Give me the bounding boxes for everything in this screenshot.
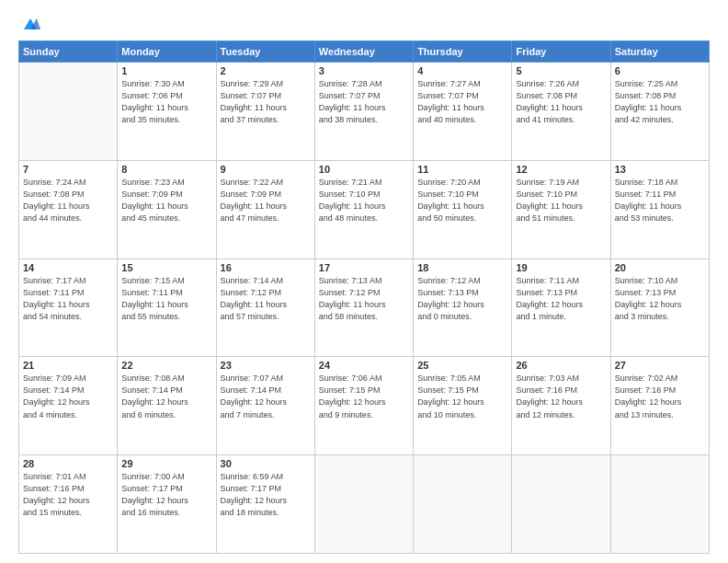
calendar-cell: 24Sunrise: 7:06 AM Sunset: 7:15 PM Dayli… [314,357,413,455]
day-info: Sunrise: 7:12 AM Sunset: 7:13 PM Dayligh… [417,275,507,323]
day-number: 16 [221,262,311,273]
calendar-cell [314,455,413,554]
day-info: Sunrise: 7:19 AM Sunset: 7:10 PM Dayligh… [516,177,606,224]
day-info: Sunrise: 7:26 AM Sunset: 7:08 PM Dayligh… [516,78,606,126]
calendar-cell: 22Sunrise: 7:08 AM Sunset: 7:14 PM Dayli… [118,357,216,455]
calendar-cell: 30Sunrise: 6:59 AM Sunset: 7:17 PM Dayli… [216,455,314,554]
calendar-week-0: 1Sunrise: 7:30 AM Sunset: 7:06 PM Daylig… [19,63,710,161]
day-info: Sunrise: 7:07 AM Sunset: 7:14 PM Dayligh… [221,373,311,420]
calendar-cell: 12Sunrise: 7:19 AM Sunset: 7:10 PM Dayli… [512,160,610,259]
logo-icon [20,17,40,33]
day-info: Sunrise: 7:13 AM Sunset: 7:12 PM Dayligh… [319,275,409,323]
weekday-header-tuesday: Tuesday [216,41,314,63]
day-info: Sunrise: 6:59 AM Sunset: 7:17 PM Dayligh… [221,471,311,519]
day-number: 5 [516,65,606,76]
day-number: 14 [23,262,113,273]
day-info: Sunrise: 7:06 AM Sunset: 7:15 PM Dayligh… [319,373,409,420]
day-number: 12 [516,164,606,175]
day-info: Sunrise: 7:10 AM Sunset: 7:13 PM Dayligh… [615,275,705,323]
calendar-cell [19,63,118,161]
calendar-cell: 13Sunrise: 7:18 AM Sunset: 7:11 PM Dayli… [610,160,709,259]
day-info: Sunrise: 7:23 AM Sunset: 7:09 PM Dayligh… [121,177,211,224]
weekday-header-saturday: Saturday [610,41,709,63]
day-info: Sunrise: 7:21 AM Sunset: 7:10 PM Dayligh… [319,177,409,224]
calendar-cell: 2Sunrise: 7:29 AM Sunset: 7:07 PM Daylig… [216,63,314,161]
page: SundayMondayTuesdayWednesdayThursdayFrid… [0,0,728,563]
calendar-cell: 5Sunrise: 7:26 AM Sunset: 7:08 PM Daylig… [512,63,610,161]
calendar-cell: 14Sunrise: 7:17 AM Sunset: 7:11 PM Dayli… [19,259,118,357]
day-number: 22 [121,360,211,371]
day-info: Sunrise: 7:02 AM Sunset: 7:16 PM Dayligh… [615,373,705,420]
weekday-header-monday: Monday [118,41,216,63]
calendar-cell [414,455,512,554]
calendar-cell: 27Sunrise: 7:02 AM Sunset: 7:16 PM Dayli… [610,357,709,455]
day-info: Sunrise: 7:18 AM Sunset: 7:11 PM Dayligh… [615,177,705,224]
calendar-cell: 23Sunrise: 7:07 AM Sunset: 7:14 PM Dayli… [216,357,314,455]
day-info: Sunrise: 7:15 AM Sunset: 7:11 PM Dayligh… [121,275,211,323]
day-number: 17 [319,262,409,273]
weekday-header-thursday: Thursday [414,41,512,63]
calendar-cell: 8Sunrise: 7:23 AM Sunset: 7:09 PM Daylig… [118,160,216,259]
calendar-cell: 17Sunrise: 7:13 AM Sunset: 7:12 PM Dayli… [314,259,413,357]
day-number: 4 [417,65,507,76]
day-info: Sunrise: 7:24 AM Sunset: 7:08 PM Dayligh… [23,177,113,224]
calendar-cell: 16Sunrise: 7:14 AM Sunset: 7:12 PM Dayli… [216,259,314,357]
day-number: 10 [319,164,409,175]
calendar-week-2: 14Sunrise: 7:17 AM Sunset: 7:11 PM Dayli… [19,259,710,357]
day-number: 8 [121,164,211,175]
day-number: 23 [221,360,311,371]
day-number: 7 [23,164,113,175]
calendar-cell: 6Sunrise: 7:25 AM Sunset: 7:08 PM Daylig… [610,63,709,161]
calendar-cell: 15Sunrise: 7:15 AM Sunset: 7:11 PM Dayli… [118,259,216,357]
day-number: 11 [417,164,507,175]
day-number: 24 [319,360,409,371]
day-info: Sunrise: 7:17 AM Sunset: 7:11 PM Dayligh… [23,275,113,323]
day-number: 1 [121,65,211,76]
day-number: 25 [417,360,507,371]
calendar-cell: 26Sunrise: 7:03 AM Sunset: 7:16 PM Dayli… [512,357,610,455]
day-info: Sunrise: 7:08 AM Sunset: 7:14 PM Dayligh… [121,373,211,420]
day-info: Sunrise: 7:14 AM Sunset: 7:12 PM Dayligh… [221,275,311,323]
day-info: Sunrise: 7:27 AM Sunset: 7:07 PM Dayligh… [417,78,507,126]
day-number: 9 [221,164,311,175]
day-number: 6 [615,65,705,76]
day-number: 29 [121,458,211,469]
day-number: 13 [615,164,705,175]
calendar-cell: 20Sunrise: 7:10 AM Sunset: 7:13 PM Dayli… [610,259,709,357]
day-number: 15 [121,262,211,273]
calendar-table: SundayMondayTuesdayWednesdayThursdayFrid… [18,40,710,554]
day-info: Sunrise: 7:28 AM Sunset: 7:07 PM Dayligh… [319,78,409,126]
day-info: Sunrise: 7:30 AM Sunset: 7:06 PM Dayligh… [121,78,211,126]
day-info: Sunrise: 7:11 AM Sunset: 7:13 PM Dayligh… [516,275,606,323]
day-number: 19 [516,262,606,273]
calendar-cell: 28Sunrise: 7:01 AM Sunset: 7:16 PM Dayli… [19,455,118,554]
calendar-cell: 18Sunrise: 7:12 AM Sunset: 7:13 PM Dayli… [414,259,512,357]
calendar-cell [512,455,610,554]
calendar-cell: 11Sunrise: 7:20 AM Sunset: 7:10 PM Dayli… [414,160,512,259]
calendar-cell: 19Sunrise: 7:11 AM Sunset: 7:13 PM Dayli… [512,259,610,357]
day-number: 3 [319,65,409,76]
day-number: 26 [516,360,606,371]
calendar-cell: 4Sunrise: 7:27 AM Sunset: 7:07 PM Daylig… [414,63,512,161]
calendar-cell: 7Sunrise: 7:24 AM Sunset: 7:08 PM Daylig… [19,160,118,259]
day-number: 2 [221,65,311,76]
day-number: 28 [23,458,113,469]
calendar-cell: 1Sunrise: 7:30 AM Sunset: 7:06 PM Daylig… [118,63,216,161]
day-number: 30 [221,458,311,469]
day-info: Sunrise: 7:09 AM Sunset: 7:14 PM Dayligh… [23,373,113,420]
day-info: Sunrise: 7:20 AM Sunset: 7:10 PM Dayligh… [417,177,507,224]
day-info: Sunrise: 7:25 AM Sunset: 7:08 PM Dayligh… [615,78,705,126]
day-number: 18 [417,262,507,273]
day-info: Sunrise: 7:05 AM Sunset: 7:15 PM Dayligh… [417,373,507,420]
day-info: Sunrise: 7:00 AM Sunset: 7:17 PM Dayligh… [121,471,211,519]
logo [18,17,40,31]
calendar-cell: 9Sunrise: 7:22 AM Sunset: 7:09 PM Daylig… [216,160,314,259]
calendar-cell [610,455,709,554]
weekday-header-friday: Friday [512,41,610,63]
calendar-cell: 25Sunrise: 7:05 AM Sunset: 7:15 PM Dayli… [414,357,512,455]
calendar-week-3: 21Sunrise: 7:09 AM Sunset: 7:14 PM Dayli… [19,357,710,455]
calendar-cell: 10Sunrise: 7:21 AM Sunset: 7:10 PM Dayli… [314,160,413,259]
day-number: 21 [23,360,113,371]
weekday-header-wednesday: Wednesday [314,41,413,63]
day-number: 27 [615,360,705,371]
